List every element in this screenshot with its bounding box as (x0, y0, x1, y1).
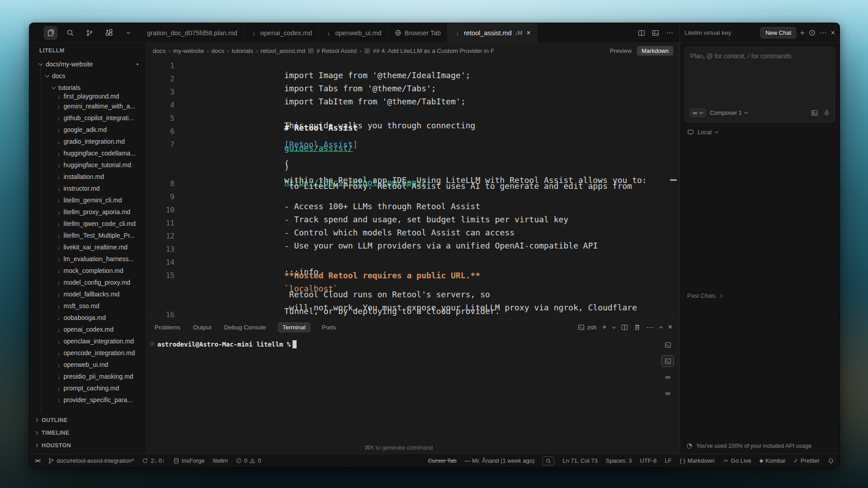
tree-item[interactable]: ↓ model_config_proxy.md (29, 277, 146, 288)
notifications-bell-icon[interactable] (828, 458, 834, 464)
breadcrumb-symbol[interactable]: ## 4. Add LiteLLM as a Custom Provider i… (364, 47, 495, 54)
cursor-position-status[interactable]: Ln 71, Col 73 (562, 457, 597, 464)
tree-item[interactable]: ↓ litellm_proxy_aporia.md (29, 206, 146, 218)
add-chat-icon[interactable]: + (800, 29, 804, 37)
search-toggle[interactable] (542, 456, 554, 465)
chat-more-icon[interactable]: ⋯ (820, 28, 827, 37)
editor-tab[interactable]: ↓ gration_doc_d075fd58.plan.md (146, 23, 244, 42)
more-views-chevron-icon[interactable] (122, 26, 135, 40)
terminal-instance-active-icon[interactable] (661, 355, 674, 367)
breadcrumb-item[interactable]: docs › (153, 47, 170, 54)
kill-terminal-icon[interactable] (634, 324, 641, 331)
new-chat-button[interactable]: New Chat (760, 27, 796, 38)
tree-item[interactable]: ↓ presidio_pii_masking.md (29, 371, 146, 382)
breadcrumb-item[interactable]: docs › (212, 47, 229, 54)
tree-item[interactable]: ↓ openclaw_integration.md (29, 335, 146, 347)
indentation-status[interactable]: Spaces: 3 (606, 457, 632, 464)
model-selector[interactable]: ∞ (689, 108, 706, 117)
breadcrumb-symbol[interactable]: # Retool Assist › (308, 47, 362, 54)
extensions-icon[interactable] (102, 26, 116, 40)
panel-tab[interactable]: Output (192, 323, 212, 332)
shell-selector[interactable]: zsh (578, 324, 596, 331)
markdown-mode-button[interactable]: Markdown (637, 46, 673, 56)
tree-item[interactable]: ↓ litellm_gemini_cli.md (29, 194, 146, 206)
breadcrumb-item[interactable]: tutorials › (232, 47, 258, 54)
panel-tab[interactable]: Ports (321, 323, 337, 332)
panel-tab[interactable]: Problems (154, 323, 181, 332)
sidebar-section-header[interactable]: OUTLINE (29, 414, 146, 427)
breadcrumb-item[interactable]: retool_assist.md › (261, 47, 305, 54)
insforge-status[interactable]: InsForge (173, 457, 205, 464)
tree-item[interactable]: ↓ huggingface_tutorial.md (29, 159, 146, 171)
agent-terminal-icon[interactable]: ∞ (661, 388, 674, 399)
remote-indicator[interactable]: >< (35, 457, 40, 464)
tree-item[interactable]: ↓ openweb_ui.md (29, 359, 146, 371)
source-control-icon[interactable] (83, 26, 96, 40)
problems-status[interactable]: 0 0 (236, 457, 261, 464)
tree-item[interactable]: ↓ huggingface_codellama... (29, 147, 146, 159)
chat-input-card[interactable]: Plan, @ for context, / for commands ∞ Co… (684, 47, 835, 122)
composer-selector[interactable]: Composer 1 (710, 109, 747, 116)
close-panel-icon[interactable]: × (831, 29, 835, 37)
past-chats-toggle[interactable]: Past Chats (687, 292, 722, 299)
chat-history-icon[interactable] (809, 29, 816, 36)
tree-item[interactable]: ↓ first_playground.md (29, 94, 146, 100)
panel-tab[interactable]: Debug Console (223, 323, 267, 332)
tree-item[interactable]: ↓ litellm_Test_Multiple_Pr... (29, 230, 146, 241)
tree-item[interactable]: ↓ lm_evaluation_harness... (29, 253, 146, 265)
git-sync-status[interactable]: 2↓ 0↑ (142, 457, 165, 464)
tree-item[interactable]: ↓ docs/my-website ● (29, 58, 146, 70)
tree-item[interactable]: ↓ instructor.md (29, 183, 146, 194)
workspace-title[interactable]: LITELLM (29, 43, 146, 58)
split-editor-icon[interactable] (638, 29, 645, 37)
split-terminal-icon[interactable] (621, 324, 628, 331)
scrollbar-marker[interactable] (670, 179, 677, 181)
local-mode-selector[interactable]: Local (684, 129, 835, 136)
terminal-instance-icon[interactable] (661, 339, 674, 351)
tree-item[interactable]: ↓ prompt_caching.md (29, 382, 146, 394)
breadcrumb-item[interactable]: my-website › (173, 47, 209, 54)
cursor-tab-toggle[interactable]: Cursor Tab (428, 457, 456, 464)
agent-terminal-icon[interactable]: ∞ (661, 371, 674, 383)
tree-item[interactable]: ↓ google_adk.md (29, 124, 146, 136)
explorer-icon[interactable] (44, 26, 57, 40)
eol-status[interactable]: LF (665, 457, 671, 464)
close-icon[interactable]: × (526, 29, 530, 37)
tree-item[interactable]: ↓ mock_completion.md (29, 265, 146, 277)
git-branch-status[interactable]: docs/retool-assist-integration* (48, 457, 134, 464)
close-panel-icon[interactable]: × (668, 323, 672, 331)
search-icon[interactable] (63, 26, 77, 40)
tree-item[interactable]: ↓ installation.md (29, 171, 146, 183)
panel-tab[interactable]: Terminal (278, 323, 310, 332)
new-terminal-icon[interactable]: + (602, 323, 606, 331)
kombai-button[interactable]: ◆ Kombai (760, 457, 786, 464)
tree-item[interactable]: ↓ github_copilot_integrati... (29, 112, 146, 124)
tree-item[interactable]: ↓ docs (29, 70, 146, 82)
customize-layout-icon[interactable] (652, 29, 659, 37)
more-actions-icon[interactable]: ⋯ (666, 28, 673, 37)
project-name-status[interactable]: litellm (213, 457, 228, 464)
terminal-viewport[interactable]: astrodevil@Astro-Mac-mini litellm % ⌘K t… (146, 335, 679, 454)
tree-item[interactable]: ↓ msft_sso.md (29, 300, 146, 312)
tree-item[interactable]: ↓ gemini_realtime_with_a... (29, 100, 146, 112)
tree-item[interactable]: ↓ oobabooga.md (29, 312, 146, 324)
editor-tab[interactable]: ↓ Browser Tab (388, 23, 448, 42)
microphone-icon[interactable] (823, 109, 830, 116)
encoding-status[interactable]: UTF-8 (640, 457, 657, 464)
sidebar-section-header[interactable]: HOUSTON (29, 439, 146, 452)
go-live-button[interactable]: Go Live (723, 457, 751, 464)
code-editor[interactable]: 1 import Image from '@theme/IdealImage';… (146, 58, 679, 319)
editor-tab[interactable]: ↓ openweb_ui.md (319, 23, 388, 42)
tree-item[interactable]: ↓ opencode_integration.md (29, 347, 146, 359)
editor-tab[interactable]: ↓ retool_assist.md ↓M × (448, 23, 538, 42)
terminal-profiles-chevron-icon[interactable] (612, 324, 615, 328)
tree-item[interactable]: ↓ litellm_qwen_code_cli.md (29, 218, 146, 230)
maximize-panel-chevron-icon[interactable] (659, 326, 662, 329)
tree-item[interactable]: ↓ gradio_integration.md (29, 136, 146, 147)
tree-item[interactable]: ↓ livekit_xai_realtime.md (29, 241, 146, 253)
prettier-status[interactable]: ✓ Prettier (793, 457, 820, 464)
editor-tab[interactable]: ↓ openai_codex.md (244, 23, 319, 42)
language-mode-status[interactable]: { } Markdown (680, 457, 715, 464)
preview-button[interactable]: Preview (610, 47, 632, 54)
tree-item[interactable]: ↓ model_fallbacks.md (29, 288, 146, 300)
